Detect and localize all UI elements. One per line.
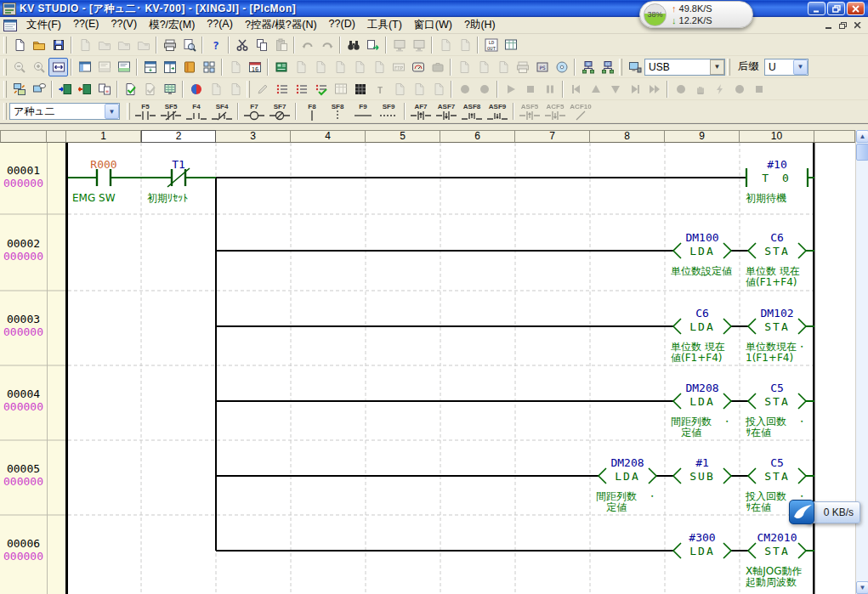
menu-item-8[interactable]: 窗口(W) xyxy=(408,16,458,34)
column-header-5[interactable]: 5 xyxy=(366,130,440,143)
read-plc-icon[interactable] xyxy=(75,80,94,99)
print-preview-icon[interactable] xyxy=(179,36,199,54)
save-icon[interactable] xyxy=(48,36,68,54)
column-header-1[interactable]: 1 xyxy=(66,130,141,143)
simulator-icon[interactable] xyxy=(160,80,179,99)
rung-row-header-00002[interactable]: 00002000000 xyxy=(0,214,47,291)
column-header-7[interactable]: 7 xyxy=(515,130,590,143)
output-window-icon[interactable] xyxy=(114,58,133,76)
ladder-canvas[interactable]: R000EMG SWT1初期ﾘｾｯﾄT 0#10初期待機LDADM100単位数設… xyxy=(0,143,855,594)
column-header-2[interactable]: 2 xyxy=(141,130,216,143)
ld-out-list-icon[interactable]: LDOUT xyxy=(481,36,501,54)
close-button[interactable] xyxy=(847,2,865,15)
ladder-element-instr[interactable]: LDADM208間距列数 ・ゝ定値 xyxy=(596,456,657,513)
zoom-fit-icon[interactable] xyxy=(48,58,68,76)
menu-item-6[interactable]: ??(D) xyxy=(323,16,361,34)
ladder-element-instr[interactable]: SUB#1 xyxy=(673,456,731,484)
toolbar-grip[interactable] xyxy=(3,37,7,54)
fkey-af7-button[interactable]: AF7 xyxy=(408,101,434,122)
column-header-10[interactable]: 10 xyxy=(740,130,814,143)
fkey-f4-button[interactable]: F4 xyxy=(184,101,209,122)
toolbar-grip[interactable] xyxy=(127,103,130,120)
scroll-down-button[interactable]: ▼ xyxy=(856,581,868,594)
column-header-6[interactable]: 6 xyxy=(440,130,515,143)
menu-item-5[interactable]: ?控器/模?器(N) xyxy=(239,16,323,34)
ladder-element-instr[interactable]: STAC6単位数 現在値(F1+F4) xyxy=(746,231,806,288)
matrix-monitor-icon[interactable] xyxy=(350,80,370,99)
new-file-icon[interactable] xyxy=(9,36,29,54)
unit-editor-icon[interactable] xyxy=(199,58,218,76)
fkey-asf9-button[interactable]: ASF9 xyxy=(485,101,510,122)
ladder-element-contact_nc[interactable]: T1初期ﾘｾｯﾄ xyxy=(147,158,190,204)
toolbar-grip[interactable] xyxy=(3,103,7,120)
editor-mode-combo[interactable]: ア种ュ二▼ xyxy=(9,103,120,120)
menu-item-1[interactable]: ??(E) xyxy=(67,16,105,34)
ladder-element-instr[interactable]: STACM2010X軸JOG動作起動周波数 xyxy=(746,531,806,588)
fkey-sf9-button[interactable]: SF9 xyxy=(376,101,401,122)
unit-config-icon[interactable] xyxy=(271,58,291,76)
fkey-f8-button[interactable]: F8 xyxy=(299,101,325,122)
fkey-sf5-button[interactable]: SF5 xyxy=(158,101,184,122)
fkey-asf8-button[interactable]: ASF8 xyxy=(459,101,485,122)
suffix-combo[interactable]: U▼ xyxy=(764,59,808,76)
registration-monitor-icon[interactable] xyxy=(272,80,292,99)
open-file-icon[interactable] xyxy=(29,36,48,54)
menu-item-7[interactable]: 工具(T) xyxy=(361,16,408,34)
ladder-element-instr[interactable]: STAC5投入回数 ・ｻ在値 xyxy=(745,382,807,438)
cd-rom-icon[interactable] xyxy=(552,58,571,76)
copy-icon[interactable] xyxy=(252,36,271,54)
fkey-sf4-button[interactable]: SF4 xyxy=(209,101,235,122)
batch-monitor-icon[interactable] xyxy=(292,80,311,99)
thunder-bird-icon[interactable] xyxy=(789,500,814,524)
column-header-8[interactable]: 8 xyxy=(590,130,665,143)
menu-item-4[interactable]: ??(A) xyxy=(201,16,239,34)
fkey-asf7-button[interactable]: ASF7 xyxy=(434,101,459,122)
menu-item-3[interactable]: 模?/宏(M) xyxy=(143,16,201,34)
toolbar-grip[interactable] xyxy=(619,59,622,76)
ladder-element-instr[interactable]: LDADM208間距列数 ・ゝ定値 xyxy=(671,382,732,438)
fkey-sf7-button[interactable]: SF7 xyxy=(267,101,292,122)
monitor-mode-icon[interactable] xyxy=(186,80,206,99)
cclink-icon[interactable]: CC xyxy=(598,58,617,76)
project-window-icon[interactable] xyxy=(75,58,94,76)
plc-message-icon[interactable] xyxy=(29,80,48,99)
rung-row-header-00004[interactable]: 00004000000 xyxy=(0,365,47,440)
mdi-restore-button[interactable] xyxy=(836,19,850,31)
ladder-element-outblock[interactable]: T 0#10初期待機 xyxy=(746,158,808,204)
verify-plc-icon[interactable]: = xyxy=(94,80,114,99)
fkey-f9-button[interactable]: F9 xyxy=(350,101,376,122)
ladder-element-instr[interactable]: LDADM100単位数設定値 xyxy=(671,231,732,277)
circuit-diagram-icon[interactable] xyxy=(501,36,520,54)
cut-icon[interactable] xyxy=(232,36,252,54)
network-meter-widget[interactable]: 38% ↑ 49.8K/S ↓ 12.2K/S xyxy=(639,1,753,28)
help-icon[interactable]: ? xyxy=(206,36,225,54)
print-icon[interactable] xyxy=(160,36,179,54)
menu-item-9[interactable]: ?助(H) xyxy=(458,16,502,34)
split-lower-icon[interactable] xyxy=(160,58,179,76)
column-header-9[interactable]: 9 xyxy=(665,130,740,143)
ladder-element-contact[interactable]: R000EMG SW xyxy=(72,158,117,204)
ladder-element-instr[interactable]: STADM102単位数現在・1(F1+F4) xyxy=(746,307,807,364)
column-header-4[interactable]: 4 xyxy=(291,130,366,143)
scroll-up-button[interactable]: ▲ xyxy=(856,130,868,143)
column-header-3[interactable]: 3 xyxy=(216,130,291,143)
ladder-grid[interactable]: R000EMG SWT1初期ﾘｾｯﾄT 0#10初期待機LDADM100単位数設… xyxy=(0,143,855,594)
toolbar-grip[interactable] xyxy=(727,59,730,76)
fkey-sf8-button[interactable]: SF8 xyxy=(325,101,350,122)
comm-port-combo[interactable]: USB▼ xyxy=(644,59,725,76)
devicenet-icon[interactable]: D xyxy=(578,58,598,76)
rung-row-header-00005[interactable]: 00005000000 xyxy=(0,440,47,515)
custom-monitor-icon[interactable] xyxy=(311,80,331,99)
comm-monitor-icon[interactable] xyxy=(625,58,644,76)
chevron-down-icon[interactable]: ▼ xyxy=(105,104,119,119)
fkey-f5-button[interactable]: F5 xyxy=(133,101,158,122)
meter-setting-icon[interactable] xyxy=(408,58,428,76)
rung-row-header-00003[interactable]: 00003000000 xyxy=(0,291,47,365)
ladder-element-instr[interactable]: LDA#300 xyxy=(673,531,731,558)
write-plc-icon[interactable] xyxy=(55,80,75,99)
library-window-icon[interactable] xyxy=(179,58,199,76)
chevron-down-icon[interactable]: ▼ xyxy=(710,59,724,75)
split-upper-icon[interactable] xyxy=(140,58,160,76)
find-icon[interactable] xyxy=(343,36,363,54)
word-monitor-icon[interactable]: 16 xyxy=(245,58,264,76)
